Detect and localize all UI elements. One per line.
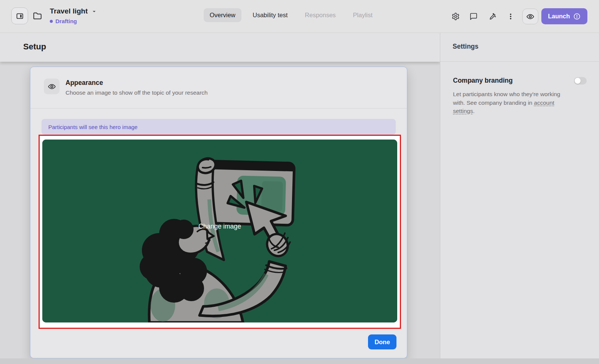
comment-icon — [469, 12, 478, 21]
ai-edit-button[interactable] — [486, 9, 500, 24]
company-branding-toggle[interactable] — [574, 77, 587, 85]
topbar: Travel light Drafting Overview Usability… — [0, 0, 599, 33]
folder-button[interactable] — [32, 11, 43, 21]
magic-edit-icon — [489, 12, 497, 21]
done-button[interactable]: Done — [368, 334, 396, 349]
appearance-card: Appearance Choose an image to show off t… — [30, 67, 407, 358]
hero-banner: Participants will see this hero image — [42, 119, 396, 135]
tab-playlist[interactable]: Playlist — [347, 8, 378, 22]
tab-usability-test[interactable]: Usability test — [247, 8, 294, 22]
page-title: Setup — [23, 42, 46, 52]
sidebar-panel-icon — [16, 12, 24, 20]
hero-image[interactable]: Change image — [42, 140, 397, 322]
company-branding-title: Company branding — [453, 77, 513, 85]
viewport-bottom-strip — [0, 358, 599, 364]
settings-header: Settings — [440, 33, 599, 62]
folder-icon — [33, 12, 42, 21]
gear-icon — [451, 12, 460, 21]
project-title[interactable]: Travel light — [50, 7, 88, 15]
hero-image-annotation-box: Change image — [39, 135, 401, 329]
preview-button[interactable] — [522, 9, 538, 24]
more-options-button[interactable] — [504, 9, 518, 24]
main-content: Setup Appearance Choose an image to show… — [0, 33, 440, 364]
toggle-knob — [575, 78, 581, 84]
page-header: Setup — [0, 33, 440, 62]
card-subtitle: Choose an image to show off the topic of… — [66, 89, 208, 96]
settings-title: Settings — [453, 43, 478, 51]
kebab-menu-icon — [507, 13, 514, 20]
eye-preview-icon — [526, 12, 535, 21]
hero-banner-text: Participants will see this hero image — [48, 124, 137, 130]
tab-overview[interactable]: Overview — [204, 8, 241, 22]
company-branding-description: Let participants know who they're workin… — [453, 90, 566, 116]
status-dot — [50, 20, 53, 23]
tab-bar: Overview Usability test Responses Playli… — [204, 8, 378, 22]
chevron-down-icon[interactable] — [92, 9, 97, 14]
settings-gear-button[interactable] — [449, 9, 463, 24]
sidebar-toggle-button[interactable] — [11, 7, 28, 24]
tab-responses[interactable]: Responses — [299, 8, 342, 22]
company-branding-section: Company branding Let participants know w… — [440, 62, 599, 116]
change-image-label[interactable]: Change image — [42, 223, 397, 230]
appearance-card-header: Appearance Choose an image to show off t… — [30, 67, 407, 108]
alert-circle-icon — [573, 13, 581, 20]
launch-button[interactable]: Launch — [541, 8, 587, 24]
appearance-eye-icon — [48, 82, 56, 91]
description-text-after: . — [473, 108, 474, 114]
project-title-block: Travel light Drafting — [50, 7, 97, 24]
launch-button-label: Launch — [548, 13, 570, 20]
hero-illustration — [42, 140, 397, 322]
appearance-icon-box — [44, 79, 60, 94]
card-title: Appearance — [66, 79, 208, 87]
settings-sidebar: Settings Company branding Let participan… — [440, 33, 599, 364]
app-window: Travel light Drafting Overview Usability… — [0, 0, 599, 364]
status-badge: Drafting — [55, 18, 77, 24]
comments-button[interactable] — [466, 9, 481, 24]
